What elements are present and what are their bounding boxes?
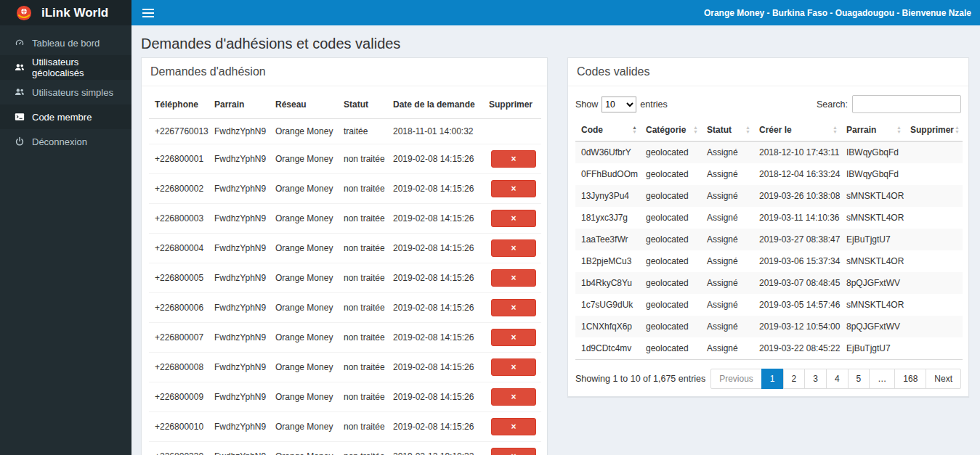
codes-table: Code▲▼Catégorie▲▼Statut▲▼Créer le▲▼Parra… <box>575 119 963 360</box>
adhesion-supprimer-cell: × <box>483 353 541 382</box>
adhesion-reseau: Orange Money <box>270 263 338 293</box>
code-supprimer-cell <box>904 185 963 207</box>
datatable-controls: Show10entries Search: <box>575 95 961 113</box>
search-input[interactable] <box>852 95 961 113</box>
adhesion-reseau: Orange Money <box>270 382 338 412</box>
codes-column-header[interactable]: Créer le▲▼ <box>753 119 841 142</box>
code-categorie: geolocated <box>640 294 701 316</box>
top-navbar: Orange Money - Burkina Faso - Ouagadougo… <box>131 0 980 25</box>
sort-icon: ▲▼ <box>693 126 698 134</box>
page-next-button[interactable]: Next <box>926 369 961 389</box>
adhesion-supprimer-cell: × <box>483 293 541 323</box>
sort-desc-icon: ▼ <box>955 130 960 134</box>
page-number-button[interactable]: 168 <box>894 369 926 389</box>
delete-request-button[interactable]: × <box>491 329 536 346</box>
adhesion-supprimer-cell: × <box>483 174 541 204</box>
delete-request-button[interactable]: × <box>491 299 536 316</box>
delete-request-button[interactable]: × <box>491 180 536 197</box>
code-categorie: geolocated <box>640 316 701 337</box>
code-statut: Assigné <box>701 294 753 316</box>
page-number-button[interactable]: 2 <box>783 369 806 389</box>
adhesion-parrain: FwdhzYphN9 <box>208 174 270 204</box>
adhesion-row: +226800330FwdhzYphN9Orange Moneynon trai… <box>149 442 541 455</box>
code-value: 181yxc3J7g <box>575 207 640 229</box>
delete-request-button[interactable]: × <box>491 358 536 376</box>
page-number-button[interactable]: 5 <box>848 369 870 389</box>
delete-request-button[interactable]: × <box>491 150 536 168</box>
codes-column-header[interactable]: Statut▲▼ <box>701 119 753 142</box>
adhesion-parrain: FwdhzYphN9 <box>208 442 270 455</box>
adhesion-date: 2019-02-08 14:15:26 <box>387 174 483 204</box>
code-categorie: geolocated <box>640 142 701 164</box>
delete-request-button[interactable]: × <box>491 269 536 287</box>
page-number-button[interactable]: 1 <box>761 369 784 389</box>
codes-column-header[interactable]: Supprimer▲▼ <box>904 119 963 142</box>
sidebar-item-label: Déconnexion <box>32 136 87 147</box>
code-supprimer-cell <box>904 294 963 316</box>
codes-column-header[interactable]: Catégorie▲▼ <box>640 119 701 142</box>
sidebar-item-utilisateurs-simples[interactable]: Utilisateurs simples <box>0 80 131 104</box>
code-statut: Assigné <box>701 142 753 164</box>
code-row: 1d9CDtc4mvgeolocatedAssigné2019-03-22 08… <box>575 337 963 360</box>
sidebar-item-label: Utilisateurs simples <box>32 87 113 98</box>
code-creer-le: 2018-12-10 17:43:11 <box>753 142 841 164</box>
page-number-button[interactable]: 4 <box>826 369 849 389</box>
code-creer-le: 2019-03-12 10:54:00 <box>753 316 841 337</box>
sidebar-item-code-membre[interactable]: Code membre <box>0 104 131 129</box>
adhesions-panel-title: Demandes d'adhésion <box>142 58 547 86</box>
main-content: Demandes d'adhésions et codes valides De… <box>131 25 980 455</box>
sidebar-toggle-button[interactable] <box>131 0 165 25</box>
adhesion-telephone: +226800003 <box>149 204 208 234</box>
codes-column-header[interactable]: Parrain▲▼ <box>841 119 904 142</box>
sidebar-item-tableau-de-bord[interactable]: Tableau de bord <box>0 30 131 55</box>
sidebar-item-deconnexion[interactable]: Déconnexion <box>0 129 131 154</box>
page-length-select[interactable]: 10 <box>602 97 636 112</box>
code-parrain: 8pQJGFxtWV <box>841 316 904 337</box>
sidebar-item-utilisateurs-geolocalises[interactable]: Utilisateurs géolocalisés <box>0 55 131 80</box>
delete-request-button[interactable]: × <box>491 418 536 435</box>
adhesion-telephone: +226800004 <box>149 234 208 263</box>
delete-request-button[interactable]: × <box>491 210 536 227</box>
code-row: 1c7sUG9dUkgeolocatedAssigné2019-03-05 14… <box>575 294 963 316</box>
adhesion-supprimer-cell: × <box>483 204 541 234</box>
adhesion-row: +226800005FwdhzYphN9Orange Moneynon trai… <box>149 263 541 293</box>
adhesion-supprimer-cell: × <box>483 323 541 353</box>
code-row: 0dW36UfbrYgeolocatedAssigné2018-12-10 17… <box>575 142 963 164</box>
code-row: 0FFhBudOOmgeolocatedAssigné2018-12-04 16… <box>575 163 963 185</box>
sidebar-item-label: Utilisateurs géolocalisés <box>32 57 131 78</box>
delete-request-button[interactable]: × <box>491 388 536 406</box>
datatable-footer: Showing 1 to 10 of 1,675 entries Previou… <box>575 369 961 389</box>
adhesion-telephone: +226800009 <box>149 382 208 412</box>
code-categorie: geolocated <box>640 337 701 360</box>
page-length-control: Show10entries <box>575 97 668 112</box>
brand[interactable]: iLink World <box>0 0 131 25</box>
user-info-text: Orange Money - Burkina Faso - Ouagadougo… <box>704 8 980 18</box>
code-row: 13Jyny3Pu4geolocatedAssigné2019-03-26 10… <box>575 185 963 207</box>
sort-icon: ▲▼ <box>745 126 750 134</box>
adhesion-supprimer-cell: × <box>483 412 541 442</box>
adhesion-date: 2019-02-08 14:15:26 <box>387 204 483 234</box>
code-statut: Assigné <box>701 229 753 250</box>
adhesion-date: 2019-02-08 14:15:26 <box>387 234 483 263</box>
adhesion-statut: traitée <box>338 119 387 144</box>
page-number-button[interactable]: 3 <box>804 369 827 389</box>
adhesion-supprimer-cell: × <box>483 442 541 455</box>
adhesion-row: +226800004FwdhzYphN9Orange Moneynon trai… <box>149 234 541 263</box>
delete-request-button[interactable]: × <box>491 239 536 257</box>
adhesion-statut: non traitée <box>338 293 387 323</box>
page-prev-button[interactable]: Previous <box>710 369 762 389</box>
adhesion-parrain: FwdhzYphN9 <box>208 119 270 144</box>
search-label: Search: <box>817 99 848 110</box>
code-statut: Assigné <box>701 272 753 294</box>
adhesion-date: 2018-11-01 14:00:32 <box>387 119 483 144</box>
adhesion-reseau: Orange Money <box>270 442 338 455</box>
codes-column-header[interactable]: Code▲▼ <box>575 119 640 142</box>
adhesion-reseau: Orange Money <box>270 353 338 382</box>
hamburger-icon <box>142 9 154 10</box>
sort-icon: ▲▼ <box>833 126 838 134</box>
code-row: 1b4RkyC8YugeolocatedAssigné2019-03-07 08… <box>575 272 963 294</box>
adhesion-reseau: Orange Money <box>270 204 338 234</box>
delete-request-button[interactable]: × <box>491 448 536 455</box>
adhesion-telephone: +226800008 <box>149 353 208 382</box>
code-supprimer-cell <box>904 163 963 185</box>
